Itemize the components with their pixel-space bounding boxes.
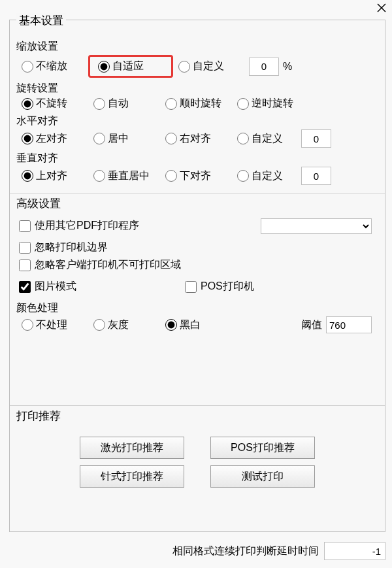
- chk-other-pdf[interactable]: 使用其它PDF打印程序: [19, 219, 139, 233]
- halign-label: 水平对齐: [16, 114, 378, 128]
- divider: [10, 193, 385, 193]
- rotate-ccw[interactable]: 逆时旋转: [232, 97, 304, 110]
- scale-unit: %: [283, 61, 292, 73]
- footer: 相同格式连续打印判断延时时间: [9, 542, 385, 560]
- rotate-auto[interactable]: 自动: [88, 97, 160, 110]
- btn-pos[interactable]: POS打印推荐: [210, 437, 315, 459]
- recommend-title: 打印推荐: [16, 409, 378, 424]
- valign-value[interactable]: [301, 167, 331, 185]
- close-icon[interactable]: [376, 3, 387, 13]
- chk-ignore-client[interactable]: 忽略客户端打印机不可打印区域: [19, 258, 378, 272]
- halign-value[interactable]: [301, 129, 331, 148]
- rotate-none[interactable]: 不旋转: [16, 97, 88, 110]
- divider2: [10, 405, 385, 406]
- btn-test[interactable]: 测试打印: [210, 465, 315, 488]
- halign-custom[interactable]: 自定义: [232, 132, 297, 146]
- halign-right[interactable]: 右对齐: [160, 132, 232, 146]
- color-bw[interactable]: 黑白: [160, 318, 232, 332]
- pdf-program-select[interactable]: [261, 218, 372, 234]
- rotate-label: 旋转设置: [16, 82, 378, 95]
- basic-title: 基本设置: [16, 13, 66, 28]
- settings-panel: 基本设置 缩放设置 不缩放 自适应 自定义 % 旋转设置 不旋转 自动 顺时旋转…: [9, 20, 385, 532]
- rotate-cw[interactable]: 顺时旋转: [160, 97, 232, 110]
- valign-center[interactable]: 垂直居中: [88, 169, 160, 183]
- scale-none[interactable]: 不缩放: [16, 59, 88, 73]
- color-none[interactable]: 不处理: [16, 318, 88, 332]
- color-label: 颜色处理: [16, 301, 378, 315]
- chk-image-mode[interactable]: 图片模式: [19, 280, 182, 293]
- btn-dot[interactable]: 针式打印推荐: [80, 465, 184, 488]
- halign-left[interactable]: 左对齐: [16, 132, 88, 146]
- advanced-title: 高级设置: [16, 196, 378, 211]
- scale-label: 缩放设置: [16, 40, 378, 54]
- chk-pos-printer[interactable]: POS打印机: [185, 280, 254, 293]
- scale-value[interactable]: [249, 58, 279, 76]
- footer-label: 相同格式连续打印判断延时时间: [172, 544, 319, 558]
- threshold: 阈值: [301, 316, 372, 333]
- color-gray[interactable]: 灰度: [88, 318, 160, 332]
- valign-custom[interactable]: 自定义: [232, 169, 297, 183]
- chk-ignore-margin[interactable]: 忽略打印机边界: [19, 241, 378, 254]
- valign-top[interactable]: 上对齐: [16, 169, 88, 183]
- valign-label: 垂直对齐: [16, 152, 378, 165]
- btn-laser[interactable]: 激光打印推荐: [80, 437, 184, 459]
- scale-fit[interactable]: 自适应: [88, 55, 173, 78]
- halign-center[interactable]: 居中: [88, 132, 160, 146]
- scale-custom[interactable]: 自定义: [173, 59, 245, 73]
- valign-bottom[interactable]: 下对齐: [160, 169, 232, 183]
- threshold-value[interactable]: [326, 316, 372, 333]
- footer-value[interactable]: [324, 542, 385, 560]
